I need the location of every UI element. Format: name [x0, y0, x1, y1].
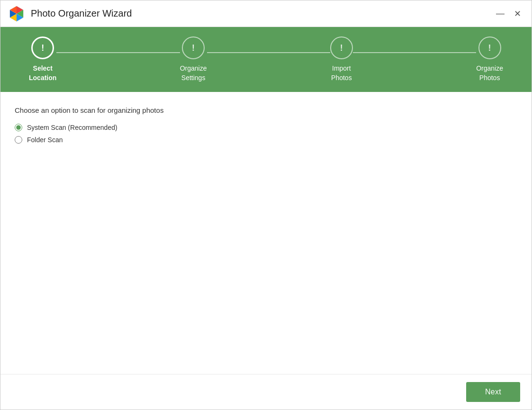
- step-circle-1: !: [31, 36, 54, 59]
- instruction-text: Choose an option to scan for organizing …: [15, 106, 517, 114]
- footer: Next: [0, 374, 532, 410]
- step-label-3: ImportPhotos: [331, 64, 352, 82]
- title-bar-controls: — ✕: [494, 7, 524, 20]
- step-circle-3: !: [330, 36, 353, 59]
- next-button[interactable]: Next: [466, 382, 520, 402]
- title-bar-left: Photo Organizer Wizard: [8, 5, 132, 22]
- step-label-2: OrganizeSettings: [180, 64, 207, 82]
- step-organize-settings: ! OrganizeSettings: [180, 36, 207, 82]
- system-scan-radio[interactable]: [15, 124, 22, 131]
- connector-3-4: [353, 52, 476, 53]
- content-area: Choose an option to scan for organizing …: [0, 92, 532, 374]
- main-window: Photo Organizer Wizard — ✕ ! SelectLocat…: [0, 0, 532, 410]
- connector-1-2: [56, 52, 180, 53]
- step-circle-2: !: [182, 36, 205, 59]
- minimize-button[interactable]: —: [494, 7, 507, 20]
- system-scan-label: System Scan (Recommended): [27, 124, 117, 131]
- folder-scan-option[interactable]: Folder Scan: [15, 136, 517, 144]
- steps-banner: ! SelectLocation ! OrganizeSettings ! Im…: [0, 27, 532, 92]
- system-scan-option[interactable]: System Scan (Recommended): [15, 124, 517, 131]
- title-bar: Photo Organizer Wizard — ✕: [0, 0, 532, 27]
- steps-container: ! SelectLocation ! OrganizeSettings ! Im…: [29, 36, 503, 82]
- close-button[interactable]: ✕: [511, 7, 524, 20]
- step-label-4: OrganizePhotos: [476, 64, 503, 82]
- step-circle-4: !: [478, 36, 501, 59]
- step-select-location: ! SelectLocation: [29, 36, 56, 82]
- scan-options: System Scan (Recommended) Folder Scan: [15, 124, 517, 144]
- app-logo-icon: [8, 5, 25, 22]
- folder-scan-label: Folder Scan: [27, 136, 63, 144]
- step-organize-photos: ! OrganizePhotos: [476, 36, 503, 82]
- step-import-photos: ! ImportPhotos: [330, 36, 353, 82]
- step-label-1: SelectLocation: [29, 64, 56, 82]
- connector-2-3: [207, 52, 330, 53]
- app-title: Photo Organizer Wizard: [31, 8, 132, 19]
- folder-scan-radio[interactable]: [15, 136, 22, 144]
